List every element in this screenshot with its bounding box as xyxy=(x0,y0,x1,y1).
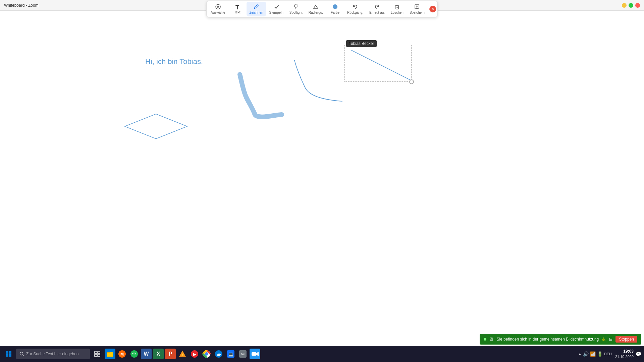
svg-rect-24 xyxy=(9,354,11,357)
taskbar-chrome-icon[interactable] xyxy=(201,349,212,359)
svg-marker-11 xyxy=(314,5,318,8)
svg-rect-47 xyxy=(252,352,256,356)
tray-wifi-icon: 📶 xyxy=(590,351,596,357)
svg-line-8 xyxy=(297,5,298,5)
svg-line-26 xyxy=(23,355,24,356)
rueckgaengig-icon xyxy=(352,4,358,11)
svg-line-7 xyxy=(294,5,295,5)
diamond-shape xyxy=(125,114,187,139)
toolbar-spotlight-button[interactable]: Spotlight xyxy=(287,2,305,16)
taskbar-powerpoint-icon[interactable]: P xyxy=(165,349,176,359)
taskbar-explorer-icon[interactable] xyxy=(105,349,115,359)
svg-rect-29 xyxy=(95,354,97,357)
taskbar-excel-icon[interactable]: X xyxy=(153,349,164,359)
line-stroke-right xyxy=(294,60,342,101)
clock-time: 19:03 xyxy=(615,349,634,354)
toolbar-text-button[interactable]: T Text xyxy=(228,2,246,16)
svg-rect-13 xyxy=(396,6,398,9)
search-input[interactable] xyxy=(26,352,87,356)
radierer-label: Radiergu. xyxy=(309,11,323,14)
radierer-icon xyxy=(313,4,319,11)
toolbar-zeichnen-button[interactable]: Zeichnen xyxy=(247,2,266,16)
text-label: Text xyxy=(234,11,240,14)
close-button[interactable] xyxy=(635,3,640,8)
user-label: Tobias Becker xyxy=(346,40,377,47)
window-controls xyxy=(622,3,640,8)
share-indicator xyxy=(484,338,486,341)
speichern-icon xyxy=(414,4,420,11)
search-icon xyxy=(19,352,24,356)
whiteboard-canvas[interactable]: Hi, ich bin Tobias. Tobias Becker xyxy=(0,11,644,346)
clock-date: 21.10.2020 xyxy=(615,354,634,359)
toolbar-speichern-button[interactable]: Speichern xyxy=(407,2,427,16)
toolbar-stempeln-button[interactable]: Stempeln xyxy=(267,2,286,16)
toolbar-farbe-button[interactable]: Farbe xyxy=(326,2,344,16)
toolbar-loeschen-button[interactable]: Löschen xyxy=(388,2,406,16)
speichern-label: Speichern xyxy=(410,11,425,14)
notification-icon[interactable]: 💬 xyxy=(636,351,641,357)
svg-point-12 xyxy=(333,4,337,9)
whiteboard-drawing: Hi, ich bin Tobias. xyxy=(0,11,644,346)
warning-icon: ⚠ xyxy=(601,337,606,342)
svg-text:▶: ▶ xyxy=(193,352,197,357)
window-title: Whiteboard - Zoom xyxy=(4,3,39,8)
minimize-button[interactable] xyxy=(622,3,627,8)
taskbar-app9-icon[interactable]: 💻 xyxy=(225,349,236,359)
share-text: Sie befinden sich in der gemeinsamen Bil… xyxy=(496,337,599,342)
selected-line xyxy=(352,50,411,80)
rueckgaengig-label: Rückgäng. xyxy=(347,11,363,14)
taskbar-right: ▲ 🔊 📶 🔋 DEU 19:03 21.10.2020 💬 xyxy=(578,349,641,359)
svg-point-5 xyxy=(294,5,297,7)
auswahl-icon xyxy=(215,4,221,11)
time-block: 19:03 21.10.2020 xyxy=(615,349,634,359)
share-banner: 🖥 Sie befinden sich in der gemeinsamen B… xyxy=(480,334,641,345)
svg-rect-23 xyxy=(6,354,8,357)
spotlight-icon xyxy=(293,4,299,11)
svg-rect-27 xyxy=(95,351,97,354)
system-tray: ▲ 🔊 📶 🔋 DEU xyxy=(578,351,613,357)
farbe-icon xyxy=(332,4,338,11)
taskbar-spotify-icon[interactable] xyxy=(129,349,140,359)
taskbar-edge-icon[interactable] xyxy=(213,349,224,359)
stop-sharing-button[interactable]: Stoppen xyxy=(615,336,637,343)
toolbar-auswahl-button[interactable]: Auswähle xyxy=(208,2,228,16)
loeschen-icon xyxy=(394,4,400,11)
task-view-button[interactable] xyxy=(91,348,103,360)
taskbar-app2-icon[interactable]: M xyxy=(117,349,127,359)
maximize-button[interactable] xyxy=(629,3,633,8)
svg-point-41 xyxy=(205,352,208,356)
tray-lang: DEU xyxy=(604,352,612,356)
task-view-icon xyxy=(94,351,101,357)
farbe-label: Farbe xyxy=(331,11,339,14)
stempeln-icon xyxy=(273,4,279,11)
svg-point-3 xyxy=(217,6,219,7)
svg-text:💻: 💻 xyxy=(228,351,234,357)
close-toolbar-button[interactable]: ✕ xyxy=(429,6,436,12)
taskbar-app7-icon[interactable]: ▶ xyxy=(189,349,200,359)
svg-rect-28 xyxy=(98,351,100,354)
erneut-label: Erneut au. xyxy=(369,11,385,14)
stempeln-label: Stempeln xyxy=(269,11,283,14)
taskbar-app10-icon[interactable]: ✉ xyxy=(237,349,248,359)
search-bar[interactable] xyxy=(16,349,90,359)
taskbar-app6-icon[interactable]: ⚡ xyxy=(177,349,188,359)
taskbar-word-icon[interactable]: W xyxy=(141,349,152,359)
zeichnen-icon xyxy=(253,4,259,11)
svg-marker-48 xyxy=(256,352,259,356)
svg-rect-30 xyxy=(98,354,100,357)
spotlight-label: Spotlight xyxy=(289,11,303,14)
tray-volume-icon: 🔋 xyxy=(597,351,603,357)
tray-chevron[interactable]: ▲ xyxy=(578,352,582,356)
taskbar-zoom-icon[interactable] xyxy=(250,349,260,359)
svg-rect-21 xyxy=(6,351,8,354)
start-button[interactable] xyxy=(3,348,15,360)
toolbar-rueckgaengig-button[interactable]: Rückgäng. xyxy=(344,2,366,16)
monitor-icon: 🖥 xyxy=(489,337,494,342)
toolbar-radierer-button[interactable]: Radiergu. xyxy=(306,2,326,16)
whiteboard-text: Hi, ich bin Tobias. xyxy=(145,57,203,66)
toolbar-erneut-button[interactable]: Erneut au. xyxy=(367,2,387,16)
svg-text:⚡: ⚡ xyxy=(181,353,185,357)
taskbar: M W X P ⚡ ▶ xyxy=(0,346,644,362)
auswahl-label: Auswähle xyxy=(211,11,225,14)
zeichnen-label: Zeichnen xyxy=(249,11,263,14)
